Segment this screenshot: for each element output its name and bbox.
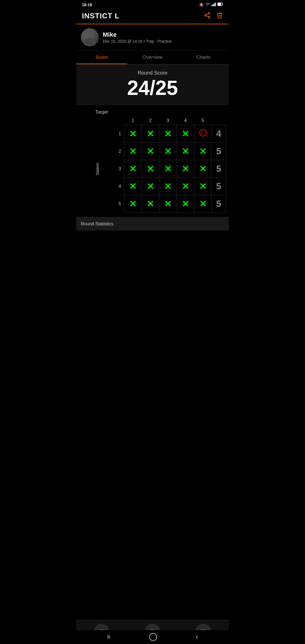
tabs: Score Overview Charts bbox=[76, 51, 229, 64]
col-header-1: 1 bbox=[124, 116, 142, 125]
svg-point-9 bbox=[205, 14, 206, 16]
score-grid-table: Target 1 2 3 4 5 Station1✕✕✕✕42✕✕✕✕✕53✕✕… bbox=[79, 110, 226, 213]
shot-cell: ✕ bbox=[124, 178, 142, 195]
row-score: 5 bbox=[212, 195, 226, 213]
station-label: Station bbox=[79, 125, 116, 213]
row-score: 5 bbox=[212, 160, 226, 178]
shot-cell: ✕ bbox=[177, 178, 194, 195]
row-score: 4 bbox=[212, 125, 226, 143]
shot-cell: ✕ bbox=[142, 160, 159, 178]
station-col-header bbox=[79, 116, 116, 125]
android-nav: ≡ ‹ bbox=[76, 630, 229, 644]
profile-separator: • bbox=[143, 39, 146, 43]
table-row: Station1✕✕✕✕4 bbox=[79, 125, 226, 143]
station-number: 5 bbox=[116, 195, 124, 213]
svg-point-10 bbox=[208, 16, 210, 18]
shot-cell: ✕ bbox=[177, 160, 194, 178]
shot-cell: ✕ bbox=[159, 143, 177, 160]
status-bar: 18:19 🔇 bbox=[76, 0, 229, 9]
col-header-2: 2 bbox=[142, 116, 159, 125]
shot-cell: ✕ bbox=[124, 160, 142, 178]
mute-icon: 🔇 bbox=[199, 3, 204, 7]
profile-date: Dec 15, 2020 @ 14:18 bbox=[103, 39, 142, 43]
android-home-icon[interactable] bbox=[149, 633, 157, 641]
profile-type: Trap - Practice bbox=[146, 39, 172, 43]
station-col-header2 bbox=[116, 116, 124, 125]
shot-cell: ✕ bbox=[142, 178, 159, 195]
svg-rect-0 bbox=[212, 5, 212, 6]
score-grid-section: Target 1 2 3 4 5 Station1✕✕✕✕42✕✕✕✕✕53✕✕… bbox=[76, 105, 229, 217]
col-header-4: 4 bbox=[177, 116, 194, 125]
app-header: INSTICT L bbox=[76, 9, 229, 24]
tab-overview[interactable]: Overview bbox=[127, 51, 178, 64]
svg-line-11 bbox=[206, 16, 208, 17]
grid-header-row: 1 2 3 4 5 bbox=[79, 116, 226, 125]
row-score: 5 bbox=[212, 143, 226, 160]
shot-cell: ✕ bbox=[124, 195, 142, 213]
shot-cell: ✕ bbox=[142, 143, 159, 160]
row-score: 5 bbox=[212, 178, 226, 195]
profile-meta: Dec 15, 2020 @ 14:18 • Trap - Practice bbox=[103, 39, 172, 43]
svg-rect-2 bbox=[214, 3, 215, 6]
share-button[interactable] bbox=[204, 12, 211, 20]
station-number: 2 bbox=[116, 143, 124, 160]
android-back-icon[interactable]: ‹ bbox=[196, 632, 198, 641]
profile-row: Mike Dec 15, 2020 @ 14:18 • Trap - Pract… bbox=[76, 24, 229, 51]
round-score-label: Round Score bbox=[81, 70, 224, 76]
shot-cell: ✕ bbox=[159, 160, 177, 178]
status-icons: 🔇 bbox=[199, 2, 223, 7]
status-time: 18:19 bbox=[82, 3, 92, 7]
round-stats: Round Statistics bbox=[76, 217, 229, 230]
header-actions bbox=[204, 12, 223, 20]
col-header-3: 3 bbox=[159, 116, 177, 125]
shot-cell: ✕ bbox=[142, 125, 159, 143]
shot-cell: ✕ bbox=[159, 125, 177, 143]
shot-cell: ✕ bbox=[159, 178, 177, 195]
target-label: Target bbox=[79, 110, 124, 116]
shot-cell: ✕ bbox=[177, 143, 194, 160]
shot-cell: ✕ bbox=[194, 178, 212, 195]
shot-cell: ✕ bbox=[177, 125, 194, 143]
round-score-section: Round Score 24/25 bbox=[76, 64, 229, 105]
app-title: INSTICT L bbox=[82, 12, 119, 20]
score-col-header bbox=[212, 116, 226, 125]
svg-line-12 bbox=[206, 14, 208, 15]
svg-rect-1 bbox=[213, 4, 213, 6]
shot-cell: ✕ bbox=[142, 195, 159, 213]
station-number: 4 bbox=[116, 178, 124, 195]
shot-cell: ✕ bbox=[194, 143, 212, 160]
svg-rect-7 bbox=[218, 3, 221, 5]
battery-icon bbox=[217, 3, 223, 7]
shot-cell: ✕ bbox=[124, 143, 142, 160]
shot-cell: ✕ bbox=[124, 125, 142, 143]
profile-info: Mike Dec 15, 2020 @ 14:18 • Trap - Pract… bbox=[103, 31, 172, 43]
col-header-5: 5 bbox=[194, 116, 212, 125]
svg-point-13 bbox=[200, 129, 206, 136]
tab-charts[interactable]: Charts bbox=[178, 51, 229, 64]
shot-cell: ✕ bbox=[194, 160, 212, 178]
signal-icon bbox=[212, 2, 216, 7]
tab-score[interactable]: Score bbox=[76, 51, 127, 64]
shot-cell bbox=[194, 125, 212, 143]
station-number: 3 bbox=[116, 160, 124, 178]
svg-point-8 bbox=[208, 12, 210, 14]
round-score-value: 24/25 bbox=[81, 78, 224, 98]
delete-button[interactable] bbox=[216, 12, 223, 20]
station-number: 1 bbox=[116, 125, 124, 143]
shot-cell: ✕ bbox=[194, 195, 212, 213]
shot-cell: ✕ bbox=[159, 195, 177, 213]
shot-cell: ✕ bbox=[177, 195, 194, 213]
avatar bbox=[81, 28, 99, 46]
svg-rect-3 bbox=[215, 3, 216, 6]
wifi-icon bbox=[205, 2, 210, 7]
profile-name: Mike bbox=[103, 31, 172, 38]
round-stats-label: Round Statistics bbox=[81, 221, 114, 226]
android-menu-icon[interactable]: ≡ bbox=[107, 633, 110, 641]
